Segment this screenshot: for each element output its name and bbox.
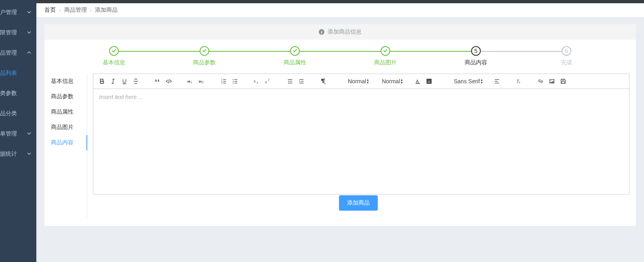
chevron-down-icon (27, 30, 32, 36)
alert-banner: i 添加商品信息 (44, 24, 636, 40)
tab-3[interactable]: 商品图片 (51, 120, 87, 135)
breadcrumb-mid[interactable]: 商品管理 (64, 6, 87, 14)
svg-text:H: H (199, 79, 202, 84)
editor-toolbar: H1 H2 123 x2 x2 (93, 74, 629, 89)
svg-text:2: 2 (268, 78, 269, 81)
step-number: 5 (471, 46, 481, 56)
svg-point-16 (233, 79, 234, 80)
tab-2[interactable]: 商品属性 (51, 104, 87, 120)
sidebar-item-6[interactable]: 单管理 (0, 124, 36, 144)
breadcrumb: 首页 › 商品管理 › 添加商品 (36, 3, 644, 17)
sidebar-item-5[interactable]: 品分类 (0, 104, 36, 124)
header2-icon[interactable]: H2 (197, 76, 207, 86)
text-color-icon[interactable]: A (412, 76, 423, 86)
ordered-list-icon[interactable]: 123 (219, 76, 229, 86)
step-label: 商品属性 (250, 59, 340, 66)
svg-point-17 (233, 81, 234, 82)
font-picker[interactable]: Sans Serif▴▾ (452, 76, 484, 86)
image-icon[interactable] (547, 76, 557, 86)
svg-text:x: x (519, 81, 520, 84)
code-block-icon[interactable] (164, 76, 174, 86)
sidebar-item-0[interactable]: 户管理 (0, 2, 36, 23)
bullet-list-icon[interactable] (230, 76, 240, 86)
svg-text:2: 2 (202, 80, 204, 84)
chevron-up-icon (27, 50, 32, 56)
font-picker-label: Sans Serif (454, 78, 480, 85)
breadcrumb-sep: › (90, 7, 92, 13)
tab-4[interactable]: 商品内容 (51, 135, 87, 150)
svg-text:1: 1 (191, 80, 192, 84)
sidebar-item-2[interactable]: 品管理 (0, 43, 36, 63)
background-color-icon[interactable]: A (424, 76, 434, 86)
alert-text: 添加商品信息 (328, 28, 362, 36)
step-label: 商品内容 (431, 59, 521, 66)
topbar (36, 0, 644, 3)
sidebar-item-label: 品分类 (0, 110, 32, 117)
svg-point-39 (551, 80, 551, 81)
chevron-down-icon (27, 131, 32, 137)
indent-icon[interactable] (296, 76, 307, 86)
sidebar-item-4[interactable]: 类参数 (0, 83, 36, 104)
text-direction-icon[interactable] (318, 76, 328, 86)
rich-text-editor: H1 H2 123 x2 x2 (93, 74, 629, 194)
step-label: 完成 (521, 59, 612, 66)
header-picker[interactable]: Normal▴▾ (346, 76, 370, 86)
info-icon: i (319, 29, 324, 35)
step-2: 商品属性 (250, 46, 340, 66)
blockquote-icon[interactable] (152, 76, 163, 86)
editor-placeholder: Insert text here ... (99, 94, 143, 100)
check-icon (200, 46, 209, 56)
editor-content[interactable]: Insert text here ... (93, 89, 629, 194)
header-picker-label: Normal (348, 78, 366, 85)
step-4: 5商品内容 (431, 46, 521, 66)
sidebar-item-label: 单管理 (0, 130, 27, 137)
bold-icon[interactable] (97, 76, 107, 86)
save-icon[interactable] (558, 76, 568, 86)
step-1: 商品参数 (159, 46, 250, 66)
tab-0[interactable]: 基本信息 (51, 74, 87, 89)
size-picker[interactable]: Normal▴▾ (380, 76, 404, 86)
superscript-icon[interactable]: x2 (263, 76, 274, 86)
breadcrumb-home[interactable]: 首页 (44, 6, 56, 14)
svg-text:x: x (265, 80, 267, 84)
header1-icon[interactable]: H1 (185, 76, 196, 86)
step-5: 6完成 (521, 46, 612, 66)
italic-icon[interactable] (108, 76, 118, 86)
sidebar-item-label: 限管理 (0, 29, 27, 36)
underline-icon[interactable] (119, 76, 130, 86)
step-label: 商品图片 (340, 59, 431, 66)
svg-text:A: A (416, 79, 419, 84)
svg-text:H: H (187, 79, 190, 84)
size-picker-label: Normal (382, 78, 400, 85)
check-icon (109, 46, 119, 56)
clear-format-icon[interactable]: Tx (514, 76, 524, 86)
svg-rect-30 (416, 83, 420, 84)
strikethrough-icon[interactable] (130, 76, 141, 86)
link-icon[interactable] (535, 76, 546, 86)
check-icon (381, 46, 390, 56)
add-product-button[interactable]: 添加商品 (339, 195, 378, 211)
sidebar-item-3[interactable]: 品列表 (0, 63, 36, 83)
steps: 基本信息商品参数商品属性商品图片5商品内容6完成 (44, 41, 636, 68)
step-0: 基本信息 (69, 46, 159, 66)
tabs: 基本信息商品参数商品属性商品图片商品内容 (51, 74, 87, 219)
tab-1[interactable]: 商品参数 (51, 89, 87, 104)
subscript-icon[interactable]: x2 (252, 76, 262, 86)
chevron-down-icon (27, 9, 32, 16)
sidebar-item-1[interactable]: 限管理 (0, 23, 36, 43)
breadcrumb-last: 添加商品 (95, 6, 118, 14)
sidebar: 户管理限管理品管理品列表类参数品分类单管理据统计 (0, 0, 36, 262)
sidebar-item-label: 据统计 (0, 150, 27, 158)
svg-line-2 (113, 79, 114, 84)
svg-text:3: 3 (221, 82, 223, 84)
check-icon (290, 46, 300, 56)
svg-text:2: 2 (257, 81, 258, 84)
align-icon[interactable] (492, 76, 502, 86)
sidebar-item-label: 类参数 (0, 90, 32, 97)
chevron-down-icon (27, 151, 32, 157)
sidebar-item-7[interactable]: 据统计 (0, 144, 36, 164)
step-3: 商品图片 (340, 46, 431, 66)
step-label: 商品参数 (159, 59, 250, 66)
outdent-icon[interactable] (285, 76, 295, 86)
svg-point-18 (233, 82, 234, 83)
